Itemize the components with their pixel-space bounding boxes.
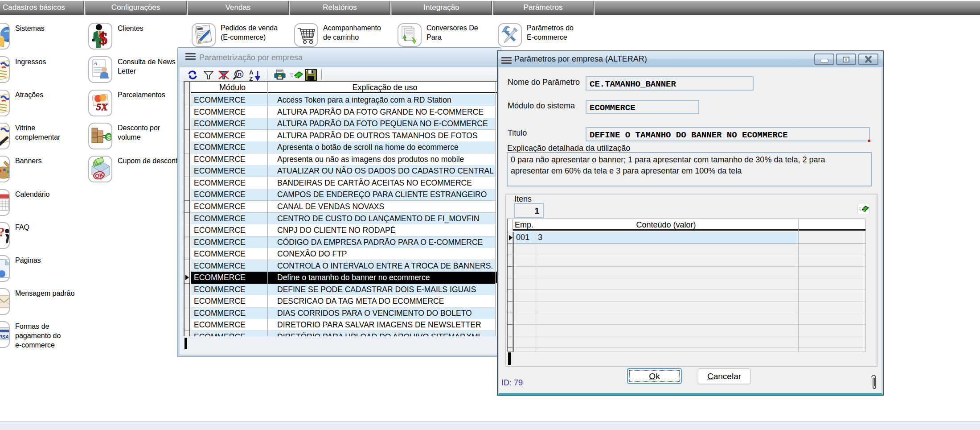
- svg-text:n: n: [238, 70, 242, 78]
- svg-text:$: $: [99, 29, 107, 48]
- svg-text:A: A: [249, 69, 254, 76]
- svg-text:A: A: [93, 60, 97, 66]
- svg-text:5X: 5X: [96, 101, 108, 112]
- svg-text:Z: Z: [249, 75, 253, 81]
- svg-text:$: $: [107, 133, 111, 141]
- svg-text:VISA: VISA: [0, 334, 9, 339]
- svg-text:?: ?: [0, 224, 5, 239]
